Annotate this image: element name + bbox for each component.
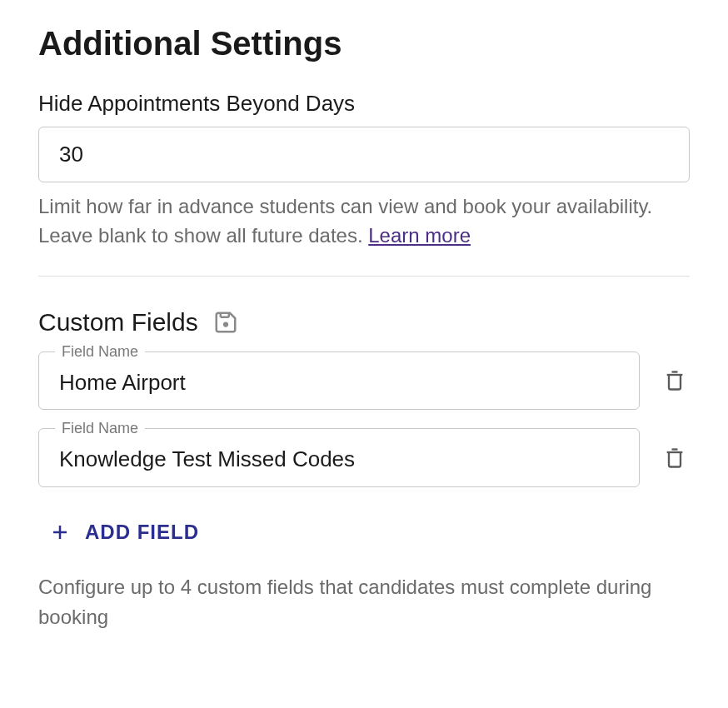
save-icon bbox=[213, 310, 238, 335]
custom-field-row: Field Name bbox=[38, 352, 690, 411]
hide-days-label: Hide Appointments Beyond Days bbox=[38, 91, 690, 117]
custom-fields-title: Custom Fields bbox=[38, 308, 198, 337]
delete-field-button[interactable] bbox=[660, 443, 690, 473]
svg-point-0 bbox=[223, 322, 228, 327]
plus-icon bbox=[50, 522, 70, 542]
learn-more-link[interactable]: Learn more bbox=[368, 224, 471, 247]
hide-days-helper-text: Limit how far in advance students can vi… bbox=[38, 195, 652, 247]
hide-days-input[interactable] bbox=[38, 127, 690, 182]
section-divider bbox=[38, 276, 690, 277]
trash-icon bbox=[663, 446, 686, 470]
field-name-wrapper: Field Name bbox=[38, 352, 640, 411]
delete-field-button[interactable] bbox=[660, 366, 690, 396]
page-title: Additional Settings bbox=[38, 25, 690, 62]
field-name-wrapper: Field Name bbox=[38, 428, 640, 487]
custom-fields-caption: Configure up to 4 custom fields that can… bbox=[38, 572, 690, 632]
add-field-label: ADD FIELD bbox=[85, 521, 199, 544]
hide-days-helper: Limit how far in advance students can vi… bbox=[38, 192, 690, 251]
trash-icon bbox=[663, 369, 686, 392]
add-field-button[interactable]: ADD FIELD bbox=[38, 506, 211, 559]
custom-fields-header: Custom Fields bbox=[38, 308, 690, 337]
field-name-label: Field Name bbox=[55, 420, 145, 437]
field-name-label: Field Name bbox=[55, 343, 145, 361]
custom-field-row: Field Name bbox=[38, 428, 690, 487]
